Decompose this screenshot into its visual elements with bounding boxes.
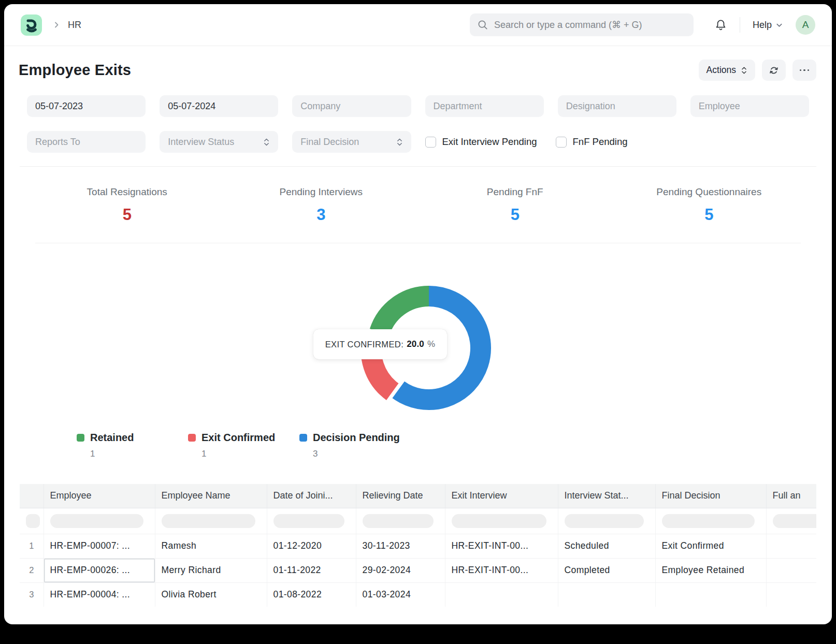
donut-segment-retained[interactable] — [380, 296, 429, 332]
table-cell[interactable] — [445, 582, 558, 607]
exit-interview-pending-label: Exit Interview Pending — [442, 136, 537, 148]
column-filter-cell[interactable] — [655, 508, 766, 534]
interview-status-label: Interview Status — [168, 137, 234, 148]
column-filter-cell[interactable] — [44, 508, 155, 534]
table-cell[interactable]: HR-EMP-00026: ... — [44, 558, 155, 582]
company-input[interactable] — [300, 101, 402, 112]
column-filter-cell[interactable] — [356, 508, 445, 534]
column-filter-input[interactable] — [452, 514, 546, 528]
fnf-pending-checkbox[interactable]: FnF Pending — [556, 136, 628, 148]
column-filter-input[interactable] — [662, 514, 755, 528]
row-number-cell[interactable]: 3 — [20, 582, 44, 607]
legend-label: Exit Confirmed — [201, 432, 275, 444]
menu-ellipsis-button[interactable] — [792, 60, 816, 81]
reports-to-input[interactable] — [35, 137, 137, 148]
stat-label: Pending Interviews — [224, 186, 419, 198]
table-cell[interactable]: 01-08-2022 — [267, 582, 356, 607]
table-cell[interactable]: 01-03-2024 — [356, 582, 445, 607]
to-date-input[interactable] — [168, 101, 270, 112]
department-filter[interactable] — [425, 95, 544, 117]
column-header-final-decision[interactable]: Final Decision — [655, 484, 766, 508]
user-avatar[interactable]: A — [796, 15, 815, 35]
stat-pending-questionnaires: Pending Questionnaires5 — [612, 186, 806, 224]
table-cell[interactable]: HR-EXIT-INT-00... — [445, 558, 558, 582]
legend-label: Retained — [90, 432, 134, 444]
frappe-hr-logo[interactable] — [21, 14, 42, 36]
filter-row-2: Interview Status Final Decision Exit Int… — [27, 131, 809, 153]
chevron-down-icon — [775, 21, 783, 29]
row-number-header[interactable] — [20, 484, 44, 508]
column-filter-cell[interactable] — [766, 508, 816, 534]
to-date-filter[interactable] — [160, 95, 278, 117]
final-decision-select[interactable]: Final Decision — [292, 131, 411, 153]
column-filter-input[interactable] — [363, 514, 434, 528]
row-number-cell[interactable]: 2 — [20, 558, 44, 582]
stat-pending-interviews: Pending Interviews3 — [224, 186, 419, 224]
from-date-filter[interactable] — [27, 95, 146, 117]
table-row: 1HR-EMP-00007: ...Ramesh01-12-202030-11-… — [20, 534, 816, 558]
table-cell[interactable]: HR-EXIT-INT-00... — [445, 534, 558, 558]
checkbox-icon — [425, 137, 436, 148]
notifications-bell-icon[interactable] — [714, 19, 727, 32]
table-cell[interactable]: Employee Retained — [655, 558, 766, 582]
actions-button[interactable]: Actions — [699, 60, 755, 81]
company-filter[interactable] — [292, 95, 411, 117]
designation-input[interactable] — [566, 101, 668, 112]
legend-item-decision-pending: Decision Pending3 — [299, 432, 411, 459]
table-cell[interactable]: Ramesh — [155, 534, 267, 558]
column-filter-cell[interactable] — [558, 508, 655, 534]
table-cell[interactable]: Olivia Robert — [155, 582, 267, 607]
column-header-employee-name[interactable]: Employee Name — [155, 484, 267, 508]
column-header-interview-stat[interactable]: Interview Stat... — [558, 484, 655, 508]
help-menu[interactable]: Help — [753, 20, 783, 31]
column-filter-cell[interactable] — [267, 508, 356, 534]
select-all-cell[interactable] — [20, 508, 44, 534]
table-cell[interactable]: Exit Confirmed — [655, 534, 766, 558]
column-filter-cell[interactable] — [445, 508, 558, 534]
employee-input[interactable] — [699, 101, 801, 112]
column-filter-input[interactable] — [773, 514, 817, 528]
table-cell[interactable]: 01-12-2020 — [267, 534, 356, 558]
table-cell[interactable] — [655, 582, 766, 607]
table-cell[interactable]: Completed — [558, 558, 655, 582]
column-filter-input[interactable] — [565, 514, 644, 528]
breadcrumb[interactable]: HR — [68, 20, 81, 31]
table-cell[interactable] — [766, 582, 816, 607]
table-cell[interactable] — [766, 534, 816, 558]
employee-filter[interactable] — [690, 95, 809, 117]
column-header-exit-interview[interactable]: Exit Interview — [445, 484, 558, 508]
select-all-filter[interactable] — [26, 514, 40, 528]
table-cell[interactable]: Merry Richard — [155, 558, 267, 582]
row-number-cell[interactable]: 1 — [20, 534, 44, 558]
reports-to-filter[interactable] — [27, 131, 146, 153]
exit-interview-pending-checkbox[interactable]: Exit Interview Pending — [425, 136, 537, 148]
table-cell[interactable] — [558, 582, 655, 607]
column-header-date-of-joini[interactable]: Date of Joini... — [267, 484, 356, 508]
table-cell[interactable]: 30-11-2023 — [356, 534, 445, 558]
column-header-employee[interactable]: Employee — [44, 484, 155, 508]
table-cell[interactable] — [766, 558, 816, 582]
search-bar[interactable] — [470, 13, 694, 36]
table-cell[interactable]: HR-EMP-00007: ... — [44, 534, 155, 558]
table-cell[interactable]: 29-02-2024 — [356, 558, 445, 582]
interview-status-select[interactable]: Interview Status — [160, 131, 278, 153]
chevron-updown-icon — [396, 138, 403, 147]
designation-filter[interactable] — [558, 95, 676, 117]
column-filter-input[interactable] — [50, 514, 143, 528]
department-input[interactable] — [434, 101, 536, 112]
column-header-relieving-date[interactable]: Relieving Date — [356, 484, 445, 508]
refresh-button[interactable] — [762, 60, 786, 81]
from-date-input[interactable] — [35, 101, 137, 112]
column-filter-input[interactable] — [273, 514, 344, 528]
search-input[interactable] — [494, 20, 686, 31]
table-cell[interactable]: Scheduled — [558, 534, 655, 558]
column-filter-cell[interactable] — [155, 508, 267, 534]
table-cell[interactable]: HR-EMP-00004: ... — [44, 582, 155, 607]
checkbox-zone: Exit Interview Pending FnF Pending — [425, 131, 810, 153]
checkbox-icon — [556, 137, 567, 148]
column-header-full-an[interactable]: Full an — [766, 484, 816, 508]
chevron-updown-icon — [741, 66, 747, 75]
stat-pending-fnf: Pending FnF5 — [418, 186, 612, 224]
table-cell[interactable]: 01-11-2022 — [267, 558, 356, 582]
column-filter-input[interactable] — [162, 514, 255, 528]
